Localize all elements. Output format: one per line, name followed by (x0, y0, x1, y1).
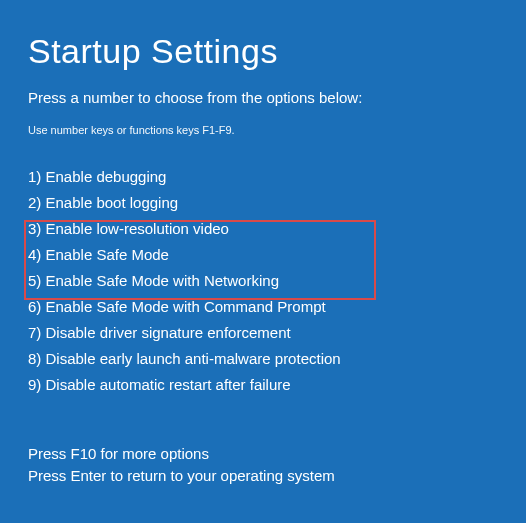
options-list: 1) Enable debugging 2) Enable boot loggi… (28, 164, 498, 398)
footer-more-options: Press F10 for more options (28, 443, 335, 465)
footer-text: Press F10 for more options Press Enter t… (28, 443, 335, 487)
option-9[interactable]: 9) Disable automatic restart after failu… (28, 372, 498, 398)
footer-return: Press Enter to return to your operating … (28, 465, 335, 487)
option-1[interactable]: 1) Enable debugging (28, 164, 498, 190)
hint-text: Use number keys or functions keys F1-F9. (28, 124, 498, 136)
page-title: Startup Settings (28, 32, 498, 71)
option-7[interactable]: 7) Disable driver signature enforcement (28, 320, 498, 346)
option-6[interactable]: 6) Enable Safe Mode with Command Prompt (28, 294, 498, 320)
subtitle-text: Press a number to choose from the option… (28, 89, 498, 106)
option-2[interactable]: 2) Enable boot logging (28, 190, 498, 216)
option-5[interactable]: 5) Enable Safe Mode with Networking (28, 268, 498, 294)
option-8[interactable]: 8) Disable early launch anti-malware pro… (28, 346, 498, 372)
option-4[interactable]: 4) Enable Safe Mode (28, 242, 498, 268)
option-3[interactable]: 3) Enable low-resolution video (28, 216, 498, 242)
